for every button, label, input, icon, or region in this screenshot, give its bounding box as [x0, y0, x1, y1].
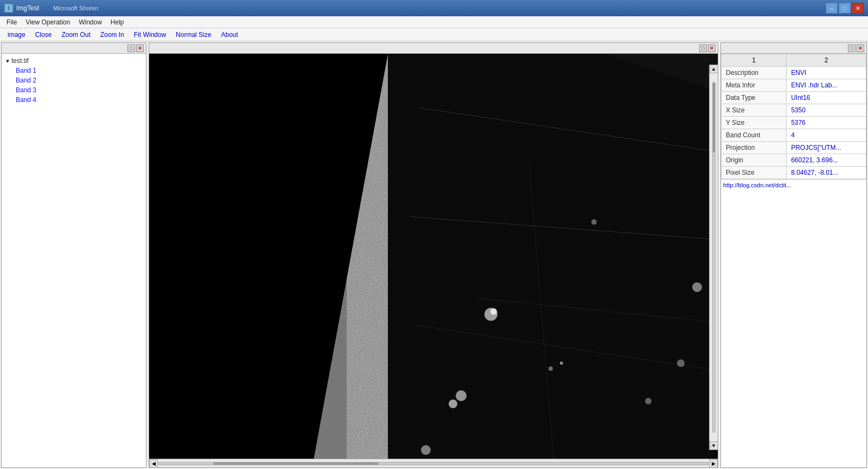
right-panel: □ ✕ 1 2 DescriptionENVIMeta InforENVI .h…	[720, 42, 867, 468]
menu-window[interactable]: Window	[74, 17, 106, 27]
center-panel-titlebar: □ ✕	[149, 43, 718, 54]
satellite-image	[149, 54, 718, 459]
menu-help[interactable]: Help	[106, 17, 129, 27]
app-icon: I	[4, 4, 13, 12]
main-layout: □ ✕ ▼ test.tif Band 1 Band 2 Band 3 Band…	[0, 41, 868, 469]
window-controls: – □ ✕	[826, 3, 864, 14]
band-4-item[interactable]: Band 4	[15, 95, 144, 105]
root-label: test.tif	[11, 57, 29, 65]
menu-bar: File View Operation Window Help	[0, 16, 868, 28]
metadata-row: Y Size5376	[722, 117, 866, 129]
right-panel-close[interactable]: ✕	[857, 45, 864, 52]
file-tree: ▼ test.tif Band 1 Band 2 Band 3 Band 4	[2, 54, 146, 467]
svg-point-15	[591, 219, 597, 225]
scroll-track-vertical	[712, 82, 716, 433]
tree-children: Band 1 Band 2 Band 3 Band 4	[15, 66, 144, 105]
band-2-item[interactable]: Band 2	[15, 75, 144, 85]
col1-header: 1	[722, 54, 787, 67]
scroll-right-arrow[interactable]: ▶	[709, 459, 718, 468]
menu-file[interactable]: File	[2, 17, 21, 27]
col2-header: 2	[787, 54, 866, 67]
app-title: ImgTest	[16, 4, 39, 12]
toolbar-fit-window[interactable]: Fit Window	[130, 30, 170, 40]
svg-rect-2	[388, 54, 718, 459]
svg-point-10	[456, 390, 467, 401]
metadata-value-7: 660221, 3.696...	[787, 154, 866, 167]
metadata-row: Band Count4	[722, 129, 866, 142]
scroll-track-horizontal	[158, 462, 709, 465]
toolbar-close[interactable]: Close	[31, 30, 56, 40]
metadata-label-2: Data Type	[722, 92, 787, 104]
maximize-button[interactable]: □	[839, 3, 851, 14]
scroll-thumb-vertical[interactable]	[713, 83, 715, 153]
metadata-label-5: Band Count	[722, 129, 787, 142]
band-3-item[interactable]: Band 3	[15, 85, 144, 95]
center-panel: □ ✕	[149, 42, 718, 468]
close-button[interactable]: ✕	[852, 3, 864, 14]
metadata-row: X Size5350	[722, 104, 866, 117]
window-subtitle: Microsoft Shuren	[53, 5, 98, 11]
expand-icon: ▼	[5, 58, 10, 64]
metadata-table: 1 2 DescriptionENVIMeta InforENVI .hdr L…	[721, 54, 866, 179]
svg-point-14	[677, 359, 685, 367]
vertical-scrollbar[interactable]: ▲ ▼	[709, 65, 718, 450]
metadata-value-3: 5350	[787, 104, 866, 117]
svg-point-21	[560, 362, 563, 365]
svg-point-11	[449, 400, 457, 408]
metadata-label-3: X Size	[722, 104, 787, 117]
metadata-label-1: Meta Infor	[722, 79, 787, 92]
metadata-row: Data TypeUInt16	[722, 92, 866, 104]
metadata-row: DescriptionENVI	[722, 67, 866, 79]
metadata-value-8: 8.04627, -8.01...	[787, 167, 866, 179]
right-panel-link[interactable]: http://blog.csdn.net/dctit...	[721, 179, 866, 467]
band-1-item[interactable]: Band 1	[15, 66, 144, 75]
metadata-value-4: 5376	[787, 117, 866, 129]
metadata-value-2: UInt16	[787, 92, 866, 104]
metadata-row: Meta InforENVI .hdr Lab...	[722, 79, 866, 92]
toolbar-normal-size[interactable]: Normal Size	[171, 30, 215, 40]
metadata-label-0: Description	[722, 67, 787, 79]
scroll-thumb-horizontal[interactable]	[213, 462, 378, 465]
metadata-label-6: Projection	[722, 142, 787, 154]
toolbar: image Close Zoom Out Zoom In Fit Window …	[0, 28, 868, 41]
scroll-left-arrow[interactable]: ◀	[149, 459, 158, 468]
left-panel: □ ✕ ▼ test.tif Band 1 Band 2 Band 3 Band…	[1, 42, 146, 468]
title-bar: I ImgTest Microsoft Shuren – □ ✕	[0, 0, 868, 16]
toolbar-image[interactable]: image	[3, 30, 30, 40]
scroll-up-arrow[interactable]: ▲	[710, 65, 718, 73]
right-panel-restore[interactable]: □	[848, 45, 856, 52]
metadata-value-6: PROJCS["UTM...	[787, 142, 866, 154]
metadata-row: Origin660221, 3.696...	[722, 154, 866, 167]
title-bar-left: I ImgTest Microsoft Shuren	[4, 4, 98, 12]
metadata-row: Pixel Size8.04627, -8.01...	[722, 167, 866, 179]
svg-point-20	[548, 366, 553, 371]
menu-view-operation[interactable]: View Operation	[21, 17, 74, 27]
center-panel-close[interactable]: ✕	[708, 45, 716, 52]
image-container[interactable]: ▲ ▼	[149, 54, 718, 459]
metadata-row: ProjectionPROJCS["UTM...	[722, 142, 866, 154]
left-panel-restore[interactable]: □	[127, 45, 135, 52]
toolbar-about[interactable]: About	[216, 30, 242, 40]
toolbar-zoom-in[interactable]: Zoom In	[96, 30, 129, 40]
metadata-value-0: ENVI	[787, 67, 866, 79]
minimize-button[interactable]: –	[826, 3, 838, 14]
svg-point-19	[645, 398, 652, 404]
left-panel-titlebar: □ ✕	[2, 43, 146, 54]
right-panel-titlebar: □ ✕	[721, 43, 866, 54]
horizontal-scrollbar[interactable]: ◀ ▶	[149, 459, 718, 467]
center-panel-restore[interactable]: □	[699, 45, 707, 52]
metadata-label-7: Origin	[722, 154, 787, 167]
scroll-down-arrow[interactable]: ▼	[710, 441, 718, 450]
metadata-value-5: 4	[787, 129, 866, 142]
svg-point-13	[692, 282, 702, 292]
svg-point-12	[421, 445, 431, 455]
svg-point-9	[490, 308, 497, 315]
metadata-label-8: Pixel Size	[722, 167, 787, 179]
metadata-value-1: ENVI .hdr Lab...	[787, 79, 866, 92]
left-panel-close[interactable]: ✕	[136, 45, 144, 52]
toolbar-zoom-out[interactable]: Zoom Out	[57, 30, 94, 40]
tree-root-item[interactable]: ▼ test.tif	[4, 56, 144, 66]
metadata-label-4: Y Size	[722, 117, 787, 129]
